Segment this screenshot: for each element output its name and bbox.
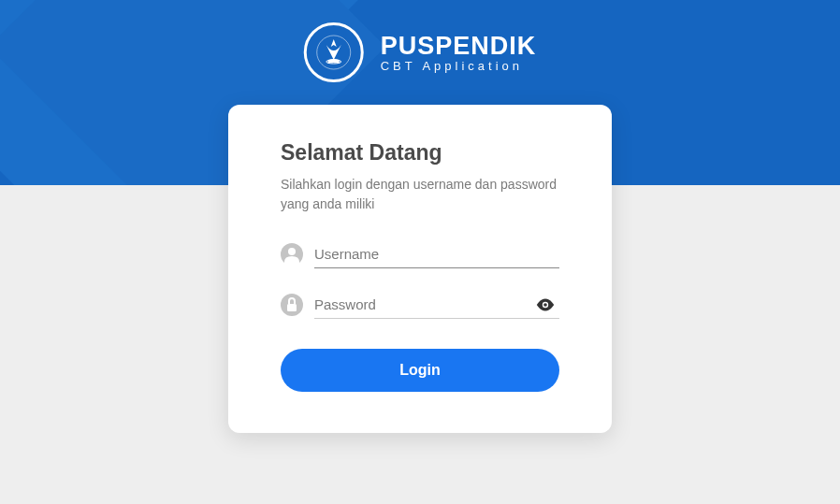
emblem-icon: [315, 34, 353, 71]
eye-icon[interactable]: [535, 295, 556, 315]
lock-icon: [281, 294, 303, 316]
login-card: Selamat Datang Silahkan login dengan use…: [228, 105, 612, 433]
user-icon: [281, 243, 303, 266]
password-input[interactable]: [314, 291, 559, 319]
username-input[interactable]: [314, 240, 559, 268]
login-button[interactable]: Login: [281, 349, 559, 392]
username-field: [281, 240, 559, 268]
welcome-title: Selamat Datang: [281, 140, 559, 166]
password-field: [281, 291, 559, 319]
svg-point-3: [288, 248, 296, 255]
brand-subtitle: CBT Application: [381, 59, 537, 73]
brand-title: PUSPENDIK: [381, 32, 537, 61]
svg-point-7: [543, 303, 547, 307]
svg-rect-5: [287, 304, 297, 311]
brand-header: PUSPENDIK CBT Application: [304, 22, 537, 82]
welcome-subtitle: Silahkan login dengan username dan passw…: [281, 175, 559, 214]
logo-emblem: [304, 22, 364, 82]
brand-text-block: PUSPENDIK CBT Application: [381, 32, 537, 73]
